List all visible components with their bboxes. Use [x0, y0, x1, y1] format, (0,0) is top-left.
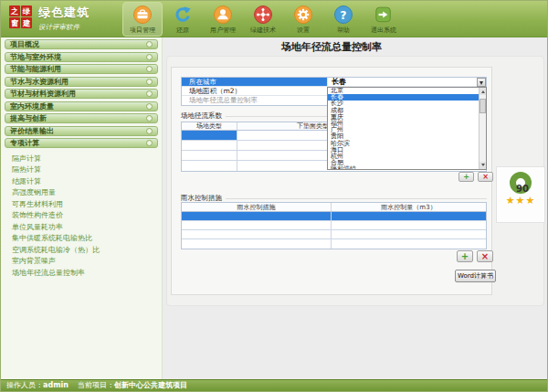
- city-option[interactable]: 福州: [328, 121, 479, 127]
- scrollbar-thumb[interactable]: [480, 99, 486, 113]
- city-option[interactable]: 杭州: [328, 154, 479, 160]
- rain-add-row-button[interactable]: +: [457, 250, 473, 262]
- collapse-badge-icon[interactable]: [146, 54, 153, 60]
- city-option[interactable]: 长沙: [328, 101, 479, 107]
- toolbar-user-manage[interactable]: 用户管理: [203, 2, 243, 37]
- toolbar-exit[interactable]: 退出系统: [364, 2, 404, 37]
- sidebar-section[interactable]: 节材与材料资源利用: [5, 89, 158, 99]
- collapse-badge-icon[interactable]: [146, 103, 153, 110]
- dropdown-scrollbar[interactable]: [479, 88, 486, 169]
- table-cell[interactable]: [182, 131, 237, 140]
- runoff-add-row-button[interactable]: +: [458, 172, 474, 182]
- city-option[interactable]: 北京: [328, 88, 479, 94]
- table-row[interactable]: [182, 212, 486, 221]
- toolbar-project-manage[interactable]: 项目管理: [122, 2, 163, 37]
- chevron-down-icon: [480, 81, 483, 87]
- table-cell[interactable]: [332, 239, 486, 249]
- logo-char: 之: [9, 5, 20, 16]
- sidebar-section-label: 节能与能源利用: [10, 64, 61, 74]
- table-cell[interactable]: [182, 141, 237, 150]
- collapse-badge-icon[interactable]: [146, 90, 153, 97]
- city-option[interactable]: 海口: [328, 147, 479, 154]
- collapse-badge-icon[interactable]: [146, 115, 153, 122]
- sidebar-section[interactable]: 提高与创新: [5, 113, 158, 123]
- gear-icon: [284, 5, 322, 25]
- city-dropdown: 北京长春长沙成都重庆福州广州贵阳哈尔滨海口杭州合肥呼和浩特: [327, 87, 487, 170]
- sidebar-section-label: 评价结果输出: [10, 126, 54, 136]
- logo-char: 建: [21, 17, 32, 28]
- word-report-button[interactable]: Word计算书: [455, 270, 496, 282]
- sidebar-subitem[interactable]: 隔热计算: [1, 164, 162, 176]
- sidebar-subitem[interactable]: 可再生材料利用: [1, 198, 162, 210]
- toolbar-label: 帮助: [324, 26, 363, 35]
- sidebar-subitem[interactable]: 高强度钢用量: [1, 187, 162, 199]
- table-row[interactable]: [182, 221, 486, 230]
- city-value[interactable]: 长春: [328, 78, 486, 86]
- city-option[interactable]: 贵阳: [328, 133, 479, 140]
- sidebar-subitem[interactable]: 室内背景噪声: [1, 256, 162, 268]
- sidebar-section[interactable]: 节能与能源利用: [5, 64, 158, 74]
- table-cell[interactable]: [182, 151, 237, 160]
- toolbar-settings[interactable]: 设置: [283, 2, 323, 37]
- table-cell[interactable]: [332, 221, 486, 229]
- toolbar-label: 还原: [163, 26, 202, 35]
- table-cell[interactable]: [182, 212, 332, 220]
- score-card: 90 ★★★: [496, 166, 545, 223]
- collapse-badge-icon[interactable]: [146, 66, 153, 72]
- sidebar-section[interactable]: 评价结果输出: [5, 126, 158, 136]
- toolbar-label: 绿建技术: [244, 26, 282, 35]
- toolbar-help[interactable]: ? 帮助: [323, 2, 364, 37]
- collapse-badge-icon[interactable]: [146, 128, 153, 134]
- table-row[interactable]: [182, 230, 486, 239]
- city-option[interactable]: 哈尔滨: [328, 141, 479, 147]
- city-option[interactable]: 广州: [328, 127, 479, 133]
- logo-char: 绿: [21, 5, 32, 16]
- collapse-badge-icon[interactable]: [146, 41, 153, 48]
- table-cell[interactable]: [332, 230, 486, 238]
- table-row[interactable]: [182, 239, 486, 249]
- rain-delete-row-button[interactable]: ×: [477, 250, 493, 262]
- table-cell[interactable]: [182, 230, 332, 238]
- city-option[interactable]: 重庆: [328, 114, 479, 121]
- sidebar-subitem[interactable]: 空调系统耗电输冷（热）比: [1, 244, 162, 256]
- sidebar-section[interactable]: 室内环境质量: [5, 101, 158, 111]
- score-ring: 90: [510, 172, 532, 194]
- table-cell[interactable]: [182, 161, 237, 171]
- brand-block: 绿色建筑 设计评审软件: [38, 5, 90, 32]
- sidebar-section[interactable]: 节水与水资源利用: [5, 77, 158, 87]
- app-name: 绿色建筑: [38, 5, 90, 21]
- table-cell[interactable]: [182, 239, 332, 249]
- sidebar-subitem[interactable]: 单位风量耗功率: [1, 221, 162, 233]
- city-option[interactable]: 呼和浩特: [328, 166, 479, 170]
- sidebar-section-label: 项目概况: [10, 39, 39, 49]
- toolbar-restore[interactable]: 还原: [163, 2, 203, 37]
- collapse-badge-icon[interactable]: [146, 140, 153, 146]
- runoff-section-title: 场地径流系数: [181, 111, 222, 121]
- scroll-down-icon[interactable]: [480, 162, 486, 169]
- sidebar-section[interactable]: 节地与室外环境: [5, 52, 158, 62]
- sidebar-section[interactable]: 专项计算: [5, 138, 158, 148]
- table-cell[interactable]: [332, 212, 486, 220]
- sidebar-subitem[interactable]: 场地年径流总量控制率: [1, 267, 162, 279]
- city-option[interactable]: 长春: [328, 94, 479, 101]
- column-header: 雨水控制量（m3）: [332, 203, 486, 211]
- city-dropdown-list: 北京长春长沙成都重庆福州广州贵阳哈尔滨海口杭州合肥呼和浩特: [328, 88, 486, 170]
- toolbar-green-tech[interactable]: 绿建技术: [243, 2, 283, 37]
- sidebar-subitem[interactable]: 隔声计算: [1, 153, 162, 164]
- runoff-rate-label: 场地年径流总量控制率: [182, 96, 328, 105]
- user-icon: [204, 5, 242, 25]
- sidebar-subitem[interactable]: 装饰性构件造价: [1, 210, 162, 222]
- operator-label: 操作人员：: [6, 381, 43, 389]
- runoff-delete-row-button[interactable]: ×: [478, 172, 493, 182]
- form-row-city[interactable]: 所在城市 长春: [182, 78, 486, 87]
- city-option[interactable]: 成都: [328, 108, 479, 114]
- city-combo-button[interactable]: [477, 78, 486, 87]
- scroll-up-icon[interactable]: [480, 88, 486, 95]
- collapse-badge-icon[interactable]: [146, 79, 153, 85]
- table-cell[interactable]: [182, 221, 332, 229]
- sidebar-subitems: 隔声计算隔热计算结露计算高强度钢用量可再生材料利用装饰性构件造价单位风量耗功率集…: [1, 153, 162, 279]
- sidebar-subitem[interactable]: 集中供暖系统耗电输热比: [1, 233, 162, 245]
- sidebar-section-label: 室内环境质量: [10, 101, 54, 111]
- sidebar-subitem[interactable]: 结露计算: [1, 175, 162, 187]
- sidebar-section[interactable]: 项目概况: [5, 39, 158, 49]
